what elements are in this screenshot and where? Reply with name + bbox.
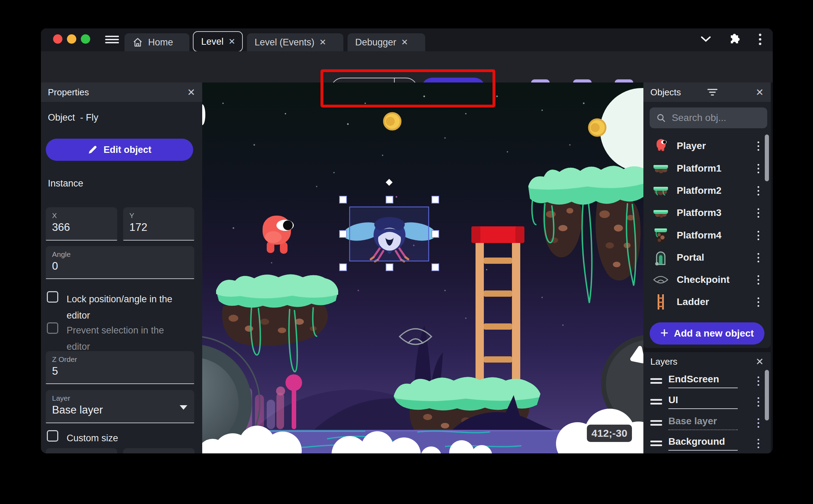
drag-handle-icon[interactable] [650, 418, 662, 428]
kebab-menu-icon[interactable] [758, 208, 759, 218]
close-icon[interactable]: ✕ [756, 356, 764, 367]
macos-minimize-button[interactable] [67, 34, 76, 44]
kebab-menu-icon[interactable] [758, 231, 759, 240]
checkpoint-icon [652, 271, 669, 288]
properties-title: Properties [48, 87, 89, 98]
object-row-platform3[interactable]: Platform3 [643, 202, 765, 224]
kebab-menu-icon[interactable] [758, 439, 759, 448]
layer-label: Layer [52, 394, 188, 402]
close-icon[interactable]: ✕ [187, 87, 195, 98]
tab-close-icon[interactable]: ✕ [229, 37, 236, 46]
kebab-menu-icon[interactable] [758, 376, 759, 386]
drag-handle-icon[interactable] [650, 438, 662, 448]
checkbox[interactable] [47, 291, 58, 303]
tab-debugger[interactable]: Debugger ✕ [348, 33, 425, 51]
layer-row-ui[interactable]: UI [643, 392, 765, 411]
object-row-portal[interactable]: Portal [643, 246, 765, 269]
x-field[interactable]: X 366 [46, 207, 117, 241]
object-row-platform2[interactable]: Platform2 [643, 180, 765, 202]
object-label: Ladder [677, 296, 709, 307]
add-object-button[interactable]: + Add a new object [650, 322, 764, 345]
layer-name[interactable]: Background [668, 436, 738, 451]
tab-debugger-label: Debugger [355, 37, 396, 48]
drag-handle-icon[interactable] [650, 397, 662, 407]
extensions-puzzle-icon[interactable] [726, 31, 742, 47]
objects-scrollbar[interactable] [765, 134, 769, 181]
kebab-menu-icon[interactable] [758, 418, 759, 428]
object-row-platform4[interactable]: Platform4 [643, 224, 765, 246]
coin[interactable] [589, 119, 606, 136]
tab-home-label: Home [148, 37, 173, 48]
x-value[interactable]: 366 [52, 221, 111, 234]
macos-zoom-button[interactable] [81, 34, 90, 44]
layer-row-background[interactable]: Background [643, 434, 765, 453]
edit-object-label: Edit object [103, 145, 151, 155]
macos-close-button[interactable] [53, 34, 62, 44]
object-label: Checkpoint [677, 274, 729, 285]
layer-row-base-layer[interactable]: Base layer [643, 413, 765, 433]
object-label: Platform1 [677, 163, 721, 174]
y-field[interactable]: Y 172 [123, 207, 194, 241]
player-icon [652, 138, 669, 154]
more-options-kebab-icon[interactable] [752, 31, 768, 47]
platform-icon [652, 227, 669, 244]
properties-panel: Properties ✕ Object - Fly Edit object In… [41, 82, 202, 453]
titlebar: Home Level ✕ Level (Events) ✕ Debugger ✕ [41, 28, 773, 51]
layer-name[interactable]: Base layer [668, 416, 738, 430]
angle-label: Angle [52, 250, 188, 259]
object-label: Player [677, 140, 706, 151]
layers-title: Layers [650, 356, 677, 367]
edit-object-button[interactable]: Edit object [46, 139, 193, 161]
layer-name[interactable]: UI [668, 394, 738, 409]
tab-close-icon[interactable]: ✕ [401, 37, 408, 47]
kebab-menu-icon[interactable] [758, 397, 759, 407]
object-heading: Object - Fly [48, 112, 99, 123]
layers-header: Layers ✕ [643, 352, 771, 371]
tab-close-icon[interactable]: ✕ [319, 37, 326, 47]
portal-icon [652, 249, 669, 266]
kebab-menu-icon[interactable] [758, 141, 759, 151]
filter-icon[interactable] [707, 88, 718, 96]
close-icon[interactable]: ✕ [756, 87, 764, 98]
custom-size-checkbox-row[interactable]: Custom size [47, 430, 178, 446]
y-value[interactable]: 172 [129, 221, 188, 234]
objects-search[interactable] [650, 107, 767, 128]
coin[interactable] [384, 113, 401, 130]
platform-icon [652, 205, 669, 221]
objects-header: Objects ✕ [643, 82, 771, 102]
layers-scrollbar[interactable] [765, 370, 769, 420]
kebab-menu-icon[interactable] [758, 297, 759, 307]
checkbox[interactable] [47, 322, 58, 334]
app-window: Home Level ✕ Level (Events) ✕ Debugger ✕ [41, 28, 773, 453]
kebab-menu-icon[interactable] [758, 186, 759, 195]
layer-select[interactable]: Layer Base layer [46, 390, 194, 423]
prevent-selection-checkbox-row[interactable]: Prevent selection in the editor [47, 322, 178, 355]
object-row-player[interactable]: Player [643, 135, 765, 157]
z-order-value[interactable]: 5 [52, 365, 188, 377]
cursor-coordinates-badge: 412;-30 [587, 425, 632, 442]
tab-level-active[interactable]: Level ✕ [193, 31, 243, 52]
object-row-platform1[interactable]: Platform1 [643, 157, 765, 180]
kebab-menu-icon[interactable] [758, 275, 759, 285]
x-label: X [52, 211, 111, 220]
lock-position-checkbox-row[interactable]: Lock position/angle in the editor [47, 291, 178, 324]
object-row-checkpoint[interactable]: Checkpoint [643, 269, 765, 291]
angle-value[interactable]: 0 [52, 260, 188, 272]
hamburger-menu-icon[interactable] [105, 34, 119, 46]
object-row-ladder[interactable]: Ladder [643, 291, 765, 313]
angle-field[interactable]: Angle 0 [46, 246, 194, 279]
layer-row-endscreen[interactable]: EndScreen [643, 371, 765, 391]
search-input[interactable] [672, 112, 760, 123]
z-order-field[interactable]: Z Order 5 [46, 351, 194, 384]
tab-home[interactable]: Home [125, 33, 189, 51]
layer-name[interactable]: EndScreen [668, 374, 738, 388]
checkbox[interactable] [47, 430, 58, 442]
kebab-menu-icon[interactable] [758, 164, 759, 173]
scene-canvas[interactable]: 412;-30 [202, 82, 643, 453]
pencil-icon [87, 145, 98, 155]
chevron-down-icon[interactable] [698, 31, 714, 47]
prevent-selection-label: Prevent selection in the editor [67, 322, 178, 355]
tab-level-events[interactable]: Level (Events) ✕ [247, 33, 343, 51]
drag-handle-icon[interactable] [650, 376, 662, 386]
kebab-menu-icon[interactable] [758, 253, 759, 262]
